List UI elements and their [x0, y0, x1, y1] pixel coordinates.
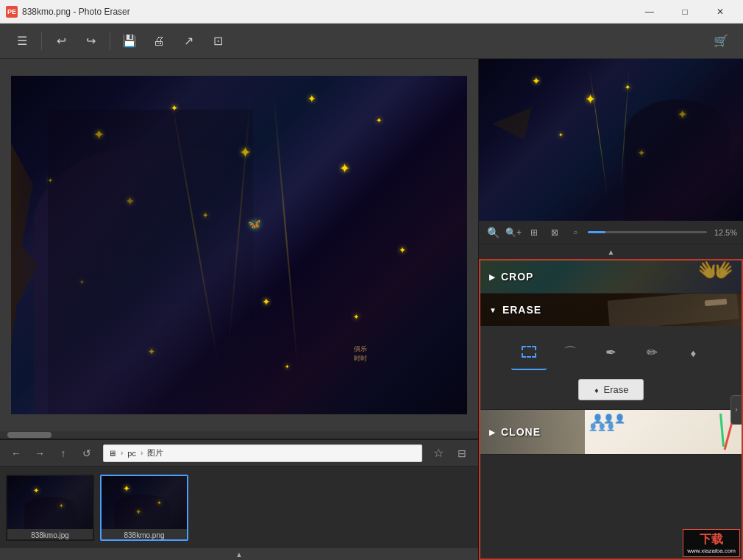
share-button[interactable]: ↗ — [175, 28, 202, 54]
path-drive[interactable]: pc — [123, 444, 141, 462]
crop-section: ▶ CROP 👐 — [480, 260, 742, 294]
title-bar: PE 838kmo.png - Photo Eraser — □ ✕ — [0, 0, 743, 24]
lasso-select-tool[interactable]: ⌒ — [552, 335, 588, 370]
undo-button[interactable]: ↩ — [48, 28, 74, 54]
horizontal-scrollbar[interactable] — [0, 431, 478, 439]
file-name-jpg: 838kmo.jpg — [7, 529, 93, 541]
crop-arrow: ▶ — [489, 273, 495, 281]
erase-arrow: ▼ — [489, 306, 497, 314]
erase-preview-bg — [598, 294, 742, 326]
up-button[interactable]: ↑ — [53, 443, 74, 464]
erase-button-row: ⬧ Erase — [489, 379, 733, 400]
rect-select-tool[interactable] — [511, 335, 547, 370]
path-bar[interactable]: 🖥 › pc › 图片 — [103, 444, 422, 462]
erase-tools: ⌒ ✒ ✏ ⬧ — [489, 335, 733, 370]
print-button[interactable]: 🖨 — [146, 28, 172, 54]
zoom-slider[interactable] — [588, 231, 707, 233]
file-thumbnail-selected: ✦ ✦ ✦ — [102, 476, 187, 529]
crop-header-content: ▶ CROP — [489, 271, 533, 283]
zoom-out-button[interactable]: 🔍 — [485, 224, 501, 241]
watermark-box: 下载 www.xiazaiba.com — [683, 529, 740, 557]
clone-arrow: ▶ — [489, 428, 495, 436]
erase-action-button[interactable]: ⬧ Erase — [578, 379, 644, 400]
erase-panel-content: ⌒ ✒ ✏ ⬧ ⬧ — [480, 326, 742, 409]
canvas-area[interactable]: ✦ ✦ ✦ ✦ ✦ ✦ ✦ ✦ ✦ ✦ ✦ ✦ ✦ ✦ ✦ — [0, 59, 478, 431]
clone-header[interactable]: ▶ CLONE 👤👤👤 👤👤👤 — [480, 410, 742, 454]
lasso-icon: ⌒ — [564, 344, 577, 361]
file-browser: ← → ↑ ↺ 🖥 › pc › 图片 ☆ ⊟ ✦ ✦ — [0, 439, 478, 560]
side-collapse-button[interactable]: › — [730, 395, 742, 425]
clone-header-content: ▶ CLONE — [489, 426, 541, 438]
favorite-button[interactable]: ☆ — [428, 443, 449, 464]
file-list: ✦ ✦ 838kmo.jpg ✦ ✦ ✦ 838kmo.png — [0, 467, 478, 548]
refresh-button[interactable]: ↺ — [77, 443, 97, 464]
eraser-icon: ⬧ — [689, 345, 697, 361]
pencil-tool[interactable]: ✏ — [635, 335, 670, 370]
crop-preview-bg: 👐 — [598, 260, 742, 293]
toolbar-separator-2 — [110, 32, 110, 50]
watermark-text: www.xiazaiba.com — [687, 547, 736, 554]
app-icon: PE — [6, 6, 18, 18]
menu-button[interactable]: ☰ — [9, 28, 35, 54]
zoom-in-button[interactable]: 🔍+ — [505, 224, 522, 241]
close-button[interactable]: ✕ — [703, 0, 737, 24]
toolbar-separator — [41, 32, 42, 50]
export-button[interactable]: ⊡ — [205, 28, 231, 54]
smart-brush-icon: ✒ — [605, 344, 616, 361]
clone-title: CLONE — [501, 426, 541, 438]
zoom-slider-fill — [588, 231, 605, 233]
cart-button[interactable]: 🛒 — [708, 28, 734, 54]
minimize-button[interactable]: — — [633, 0, 666, 24]
main-image: ✦ ✦ ✦ ✦ ✦ ✦ ✦ ✦ ✦ ✦ ✦ ✦ ✦ ✦ ✦ — [11, 76, 467, 414]
zoom-fit-button[interactable]: ⊞ — [526, 224, 542, 241]
collapse-panel-button[interactable]: ▲ — [479, 244, 743, 259]
window-controls: — □ ✕ — [633, 0, 737, 24]
preview-image: ✦ ✦ ✦ ✦ ✦ ✦ — [479, 59, 743, 221]
eraser-tool[interactable]: ⬧ — [676, 335, 711, 370]
file-thumbnail: ✦ ✦ — [7, 476, 93, 529]
zoom-controls: 🔍 🔍+ ⊞ ⊠ ○ 12.5% — [479, 221, 743, 244]
watermark-icon: 下载 — [700, 532, 723, 547]
redo-button[interactable]: ↪ — [77, 28, 104, 54]
crop-header[interactable]: ▶ CROP 👐 — [480, 260, 742, 293]
crop-title: CROP — [501, 271, 533, 283]
left-panel: ✦ ✦ ✦ ✦ ✦ ✦ ✦ ✦ ✦ ✦ ✦ ✦ ✦ ✦ ✦ — [0, 59, 478, 560]
erase-header[interactable]: ▼ ERASE — [480, 294, 742, 326]
erase-section: ▼ ERASE ⌒ — [480, 294, 742, 410]
scrollbar-thumb[interactable] — [7, 432, 51, 438]
erase-header-content: ▼ ERASE — [489, 304, 541, 316]
toolbar: ☰ ↩ ↪ 💾 🖨 ↗ ⊡ 🛒 — [0, 24, 743, 59]
maximize-button[interactable]: □ — [668, 0, 702, 24]
forward-button[interactable]: → — [29, 443, 50, 464]
right-panel: ✦ ✦ ✦ ✦ ✦ ✦ 🔍 🔍+ ⊞ ⊠ ○ 12.5% — [478, 59, 743, 560]
save-button[interactable]: 💾 — [116, 28, 143, 54]
file-browser-toolbar: ← → ↑ ↺ 🖥 › pc › 图片 ☆ ⊟ — [0, 440, 478, 467]
file-item-jpg[interactable]: ✦ ✦ 838kmo.jpg — [6, 475, 94, 541]
erase-btn-icon: ⬧ — [594, 384, 600, 395]
view-toggle-button[interactable]: ⊟ — [452, 443, 472, 464]
erase-title: ERASE — [502, 304, 541, 316]
zoom-fit2-button[interactable]: ⊠ — [547, 224, 563, 241]
watermark: 下载 www.xiazaiba.com — [683, 529, 740, 557]
clone-section: ▶ CLONE 👤👤👤 👤👤👤 — [480, 410, 742, 455]
smart-brush-tool[interactable]: ✒ — [594, 335, 629, 370]
file-item-png[interactable]: ✦ ✦ ✦ 838kmo.png — [100, 475, 188, 541]
clone-preview-bg: 👤👤👤 👤👤👤 — [585, 410, 742, 454]
collapse-browser-button[interactable]: ▲ — [0, 548, 478, 560]
zoom-level: 12.5% — [711, 228, 737, 237]
erase-btn-label: Erase — [604, 384, 629, 395]
path-icon[interactable]: 🖥 — [104, 444, 121, 462]
file-name-png: 838kmo.png — [102, 529, 187, 541]
window-title: 838kmo.png - Photo Eraser — [22, 7, 633, 17]
rect-select-icon — [522, 346, 536, 358]
tool-panels: › ▶ CROP 👐 — [479, 259, 743, 560]
path-folder[interactable]: 图片 — [143, 444, 168, 462]
back-button[interactable]: ← — [6, 443, 26, 464]
main-layout: ✦ ✦ ✦ ✦ ✦ ✦ ✦ ✦ ✦ ✦ ✦ ✦ ✦ ✦ ✦ — [0, 59, 743, 560]
pencil-icon: ✏ — [647, 344, 658, 361]
zoom-actual-button[interactable]: ○ — [567, 224, 583, 241]
